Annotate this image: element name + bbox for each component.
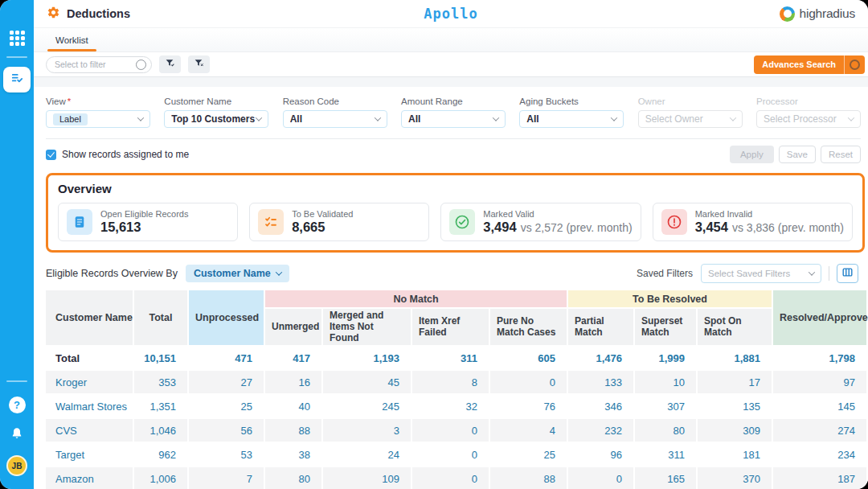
table-cell[interactable]: 0: [412, 467, 490, 489]
table-cell[interactable]: 80: [265, 467, 323, 489]
table-cell[interactable]: 80: [635, 419, 698, 443]
avatar[interactable]: JB: [6, 455, 27, 476]
table-cell[interactable]: 0: [490, 371, 568, 395]
col-header-unprocessed[interactable]: Unprocessed: [189, 290, 265, 347]
table-cell[interactable]: 53: [189, 443, 265, 467]
table-cell[interactable]: 45: [323, 371, 412, 395]
customer-name-link[interactable]: Kroger: [46, 371, 134, 395]
table-cell[interactable]: 3: [323, 419, 412, 443]
table-cell[interactable]: 38: [265, 443, 323, 467]
table-cell[interactable]: 16: [265, 371, 323, 395]
table-cell[interactable]: 1,999: [635, 347, 698, 371]
table-cell[interactable]: 10: [635, 371, 698, 395]
table-cell[interactable]: 133: [568, 371, 635, 395]
table-cell[interactable]: 4: [490, 419, 568, 443]
col-header-superset-match[interactable]: Superset Match: [635, 309, 698, 347]
table-cell[interactable]: 417: [265, 347, 323, 371]
col-header-total[interactable]: Total: [134, 290, 189, 347]
notifications-bell-icon[interactable]: [10, 426, 24, 444]
customer-name-link[interactable]: Target: [46, 443, 134, 467]
customer-name-link[interactable]: Walmart Stores: [46, 395, 134, 419]
table-cell[interactable]: 135: [698, 395, 773, 419]
col-header-unmerged[interactable]: Unmerged: [265, 309, 323, 347]
table-cell[interactable]: 17: [698, 371, 773, 395]
tab-worklist[interactable]: Worklist: [46, 31, 98, 51]
sidebar-item-worklist[interactable]: [3, 67, 31, 92]
table-cell[interactable]: 25: [490, 443, 568, 467]
table-cell[interactable]: 311: [635, 443, 698, 467]
table-cell[interactable]: 181: [698, 443, 773, 467]
table-cell[interactable]: 24: [323, 443, 412, 467]
filter-search-box[interactable]: [46, 56, 152, 73]
filter-select-customer-name[interactable]: Top 10 Customers: [164, 110, 268, 128]
table-cell[interactable]: 605: [490, 347, 568, 371]
table-cell[interactable]: 0: [412, 443, 490, 467]
gear-icon[interactable]: [47, 6, 60, 23]
table-cell[interactable]: 1,798: [773, 347, 868, 371]
table-cell[interactable]: 346: [568, 395, 635, 419]
col-header-pure-no-match-cases[interactable]: Pure No Match Cases: [490, 309, 568, 347]
table-cell[interactable]: 234: [773, 443, 868, 467]
table-cell[interactable]: 1,193: [323, 347, 412, 371]
filter-search-input[interactable]: [55, 60, 127, 69]
table-cell[interactable]: 1,476: [568, 347, 635, 371]
table-cell[interactable]: 1,006: [134, 467, 189, 489]
table-cell[interactable]: 1,046: [134, 419, 189, 443]
group-by-dropdown[interactable]: Customer Name: [186, 265, 289, 282]
table-cell[interactable]: 232: [568, 419, 635, 443]
customer-name-link[interactable]: CVS: [46, 419, 134, 443]
column-settings-button[interactable]: [837, 264, 858, 283]
table-cell[interactable]: 353: [134, 371, 189, 395]
show-assigned-checkbox[interactable]: [46, 150, 56, 160]
table-cell[interactable]: 165: [635, 467, 698, 489]
table-cell[interactable]: 0: [412, 419, 490, 443]
table-cell[interactable]: 97: [773, 371, 868, 395]
table-cell[interactable]: 962: [134, 443, 189, 467]
help-icon[interactable]: ?: [9, 397, 26, 413]
table-cell[interactable]: 40: [265, 395, 323, 419]
table-cell[interactable]: 307: [635, 395, 698, 419]
table-cell[interactable]: 76: [490, 395, 568, 419]
apps-grid-icon[interactable]: [10, 31, 25, 46]
col-header-spot-on-match[interactable]: Spot On Match: [698, 309, 773, 347]
saved-filters-dropdown[interactable]: Select Saved Filters: [701, 264, 821, 283]
save-button[interactable]: Save: [779, 146, 816, 163]
table-cell[interactable]: 0: [568, 467, 635, 489]
table-cell[interactable]: 56: [189, 419, 265, 443]
col-header-partial-match[interactable]: Partial Match: [568, 309, 635, 347]
filter-select-reason-code[interactable]: All: [283, 110, 387, 128]
table-cell[interactable]: 1,881: [698, 347, 773, 371]
table-cell[interactable]: 10,151: [134, 347, 189, 371]
col-header-merged-and-items-not-found[interactable]: Merged and Items Not Found: [323, 309, 412, 347]
table-cell[interactable]: 1,351: [134, 395, 189, 419]
table-cell[interactable]: 8: [412, 371, 490, 395]
table-cell[interactable]: 274: [773, 419, 868, 443]
advanced-search-button[interactable]: Advances Search: [754, 55, 865, 74]
filter-select-view[interactable]: Label: [46, 110, 150, 128]
clear-filter-button[interactable]: [188, 55, 210, 73]
table-cell[interactable]: 88: [265, 419, 323, 443]
table-cell[interactable]: 25: [189, 395, 265, 419]
table-cell[interactable]: 88: [490, 467, 568, 489]
apply-button[interactable]: Apply: [730, 146, 774, 163]
col-header-item-xref-failed[interactable]: Item Xref Failed: [412, 309, 490, 347]
table-cell[interactable]: 370: [698, 467, 773, 489]
table-cell[interactable]: 96: [568, 443, 635, 467]
col-header-customer-name[interactable]: Customer Name: [46, 290, 134, 347]
table-cell[interactable]: 311: [412, 347, 490, 371]
table-cell[interactable]: 187: [773, 467, 868, 489]
table-cell[interactable]: 27: [189, 371, 265, 395]
table-cell[interactable]: 109: [323, 467, 412, 489]
table-cell[interactable]: 471: [189, 347, 265, 371]
table-cell[interactable]: 32: [412, 395, 490, 419]
table-cell[interactable]: 145: [773, 395, 868, 419]
col-header-resolved-approved[interactable]: Resolved/Approved: [773, 290, 868, 347]
filter-select-amount-range[interactable]: All: [401, 110, 506, 128]
customer-name-link[interactable]: Amazon: [46, 467, 134, 489]
apply-filter-button[interactable]: [159, 55, 181, 73]
reset-button[interactable]: Reset: [821, 146, 861, 163]
table-cell[interactable]: 309: [698, 419, 773, 443]
filter-select-aging-buckets[interactable]: All: [519, 110, 624, 128]
table-cell[interactable]: 7: [189, 467, 265, 489]
table-cell[interactable]: 245: [323, 395, 412, 419]
